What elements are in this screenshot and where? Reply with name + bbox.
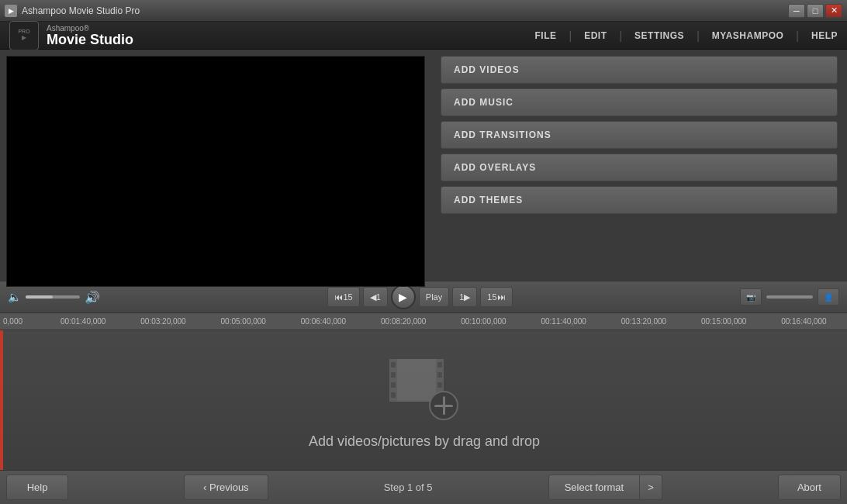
- step-indicator: Step 1 of 5: [384, 482, 433, 493]
- ruler-mark-2: 00:03:20,000: [123, 317, 203, 326]
- nav-myashampoo[interactable]: MYASHAMPOO: [712, 30, 784, 41]
- play-label-button[interactable]: Play: [419, 287, 449, 307]
- add-transitions-button[interactable]: ADD TRANSITIONS: [441, 121, 838, 149]
- svg-rect-5: [391, 382, 396, 388]
- svg-rect-7: [437, 362, 442, 368]
- ruler-mark-8: 00:13:20,000: [603, 317, 683, 326]
- nav-help[interactable]: HELP: [811, 30, 838, 41]
- ruler-mark-10: 00:16:40,000: [764, 317, 844, 326]
- nav-menu: FILE | EDIT | SETTINGS | MYASHAMPOO | HE…: [534, 29, 838, 42]
- timeline-ruler: 0,000 00:01:40,000 00:03:20,000 00:05:00…: [0, 313, 847, 330]
- ruler-mark-9: 00:15:00,000: [684, 317, 764, 326]
- volume-min-icon: 🔈: [8, 291, 21, 303]
- volume-max-icon: 🔊: [85, 290, 100, 305]
- volume-slider[interactable]: [26, 295, 80, 299]
- previous-button[interactable]: ‹ Previous: [184, 475, 268, 500]
- ruler-mark-3: 00:05:00,000: [203, 317, 283, 326]
- titlebar-controls: ─ □ ✕: [788, 4, 842, 18]
- logo-text: Ashampoo® Movie Studio: [47, 24, 133, 47]
- main-content: ADD VIDEOS ADD MUSIC ADD TRANSITIONS ADD…: [0, 50, 847, 281]
- status-bar: Help ‹ Previous Step 1 of 5 Select forma…: [0, 470, 847, 504]
- help-button[interactable]: Help: [6, 475, 68, 500]
- select-format-button[interactable]: Select format: [548, 475, 641, 500]
- abort-button[interactable]: Abort: [778, 475, 841, 500]
- ruler-mark-5: 00:08:20,000: [364, 317, 444, 326]
- playback-right: 📷 👤: [740, 288, 839, 306]
- logo-area: PRO ▶ Ashampoo® Movie Studio: [9, 21, 133, 50]
- svg-rect-13: [434, 405, 453, 407]
- ruler-mark-0: 0,000: [3, 317, 43, 326]
- right-panel: ADD VIDEOS ADD MUSIC ADD TRANSITIONS ADD…: [431, 50, 847, 281]
- nav-sep-1: |: [569, 29, 572, 42]
- app-name: Movie Studio: [47, 33, 133, 47]
- add-themes-button[interactable]: ADD THEMES: [441, 186, 838, 214]
- nav-sep-4: |: [796, 29, 799, 42]
- svg-rect-9: [437, 382, 442, 388]
- volume-fill: [26, 295, 53, 299]
- title-bar: ▶ Ashampoo Movie Studio Pro ─ □ ✕: [0, 0, 847, 22]
- forward-15-button[interactable]: 15 ⏭: [480, 287, 512, 307]
- timeline-ruler-inner: 0,000 00:01:40,000 00:03:20,000 00:05:00…: [3, 317, 844, 326]
- zoom-icon: 👤: [818, 288, 839, 306]
- nav-settings[interactable]: SETTINGS: [634, 30, 684, 41]
- svg-rect-8: [437, 372, 442, 378]
- ruler-mark-1: 00:01:40,000: [43, 317, 123, 326]
- add-videos-button[interactable]: ADD VIDEOS: [441, 56, 838, 84]
- ruler-mark-4: 00:06:40,000: [283, 317, 363, 326]
- ruler-mark-6: 00:10:00,000: [444, 317, 524, 326]
- nav-file[interactable]: FILE: [534, 30, 556, 41]
- app-icon: ▶: [5, 5, 17, 17]
- back-1-button[interactable]: ◀ 1: [363, 287, 388, 307]
- timeline-area[interactable]: Add videos/pictures by drag and drop: [0, 330, 847, 470]
- minimize-button[interactable]: ─: [788, 4, 805, 18]
- svg-rect-4: [391, 372, 396, 378]
- close-button[interactable]: ✕: [825, 4, 842, 18]
- playback-left: 🔈 🔊: [8, 290, 100, 305]
- rewind-15-button[interactable]: ⏮ 15: [327, 287, 359, 307]
- playback-center: ⏮ 15 ◀ 1 ▶ Play 1 ▶ 15 ⏭: [327, 285, 512, 309]
- nav-edit[interactable]: EDIT: [584, 30, 607, 41]
- add-music-button[interactable]: ADD MUSIC: [441, 88, 838, 116]
- drop-icon: [385, 351, 463, 421]
- svg-rect-6: [391, 392, 396, 398]
- window-title: Ashampoo Movie Studio Pro: [22, 5, 140, 16]
- menu-bar: PRO ▶ Ashampoo® Movie Studio PRO FILE | …: [0, 22, 847, 50]
- logo-icon: PRO ▶: [9, 21, 39, 50]
- snapshot-button[interactable]: 📷: [740, 288, 762, 306]
- play-button[interactable]: ▶: [391, 285, 416, 309]
- ruler-mark-7: 00:11:40,000: [524, 317, 603, 326]
- timeline-cursor: [2, 330, 3, 470]
- add-overlays-button[interactable]: ADD OVERLAYS: [441, 154, 838, 181]
- nav-sep-2: |: [619, 29, 622, 42]
- format-button-group: Select format >: [548, 475, 662, 500]
- format-arrow-button[interactable]: >: [640, 475, 662, 500]
- drop-hint: Add videos/pictures by drag and drop: [309, 433, 540, 450]
- nav-sep-3: |: [697, 29, 700, 42]
- forward-1-button[interactable]: 1 ▶: [452, 287, 477, 307]
- video-preview: [6, 56, 425, 287]
- svg-rect-3: [391, 362, 396, 368]
- maximize-button[interactable]: □: [807, 4, 824, 18]
- titlebar-left: ▶ Ashampoo Movie Studio Pro: [5, 5, 140, 17]
- zoom-slider[interactable]: [766, 295, 813, 299]
